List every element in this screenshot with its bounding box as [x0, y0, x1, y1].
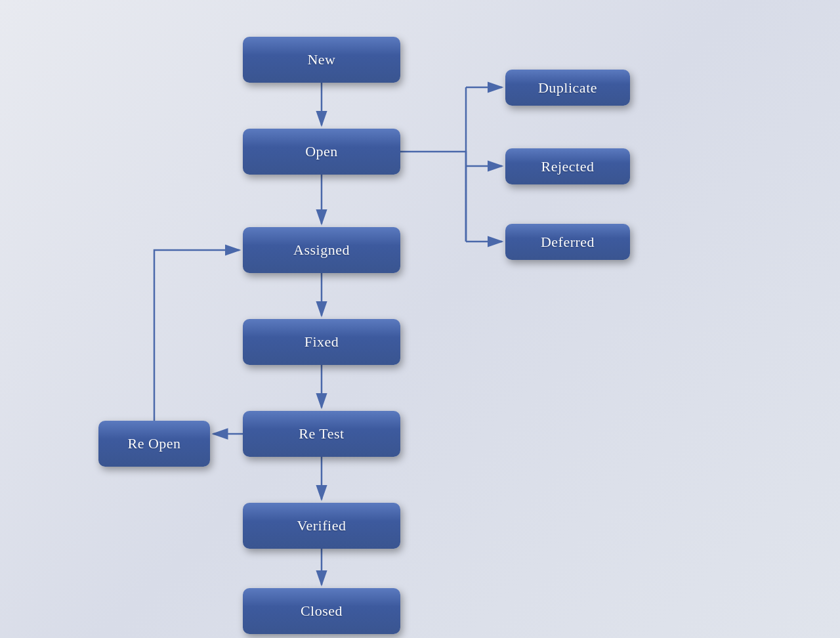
node-assigned: Assigned	[243, 227, 400, 273]
node-fixed-label: Fixed	[304, 333, 339, 351]
node-duplicate: Duplicate	[505, 70, 630, 106]
node-reopen: Re Open	[98, 421, 210, 467]
node-retest-label: Re Test	[299, 425, 344, 442]
flowchart-diagram: New Open Assigned Fixed Re Test Verified…	[59, 17, 781, 621]
node-rejected: Rejected	[505, 148, 630, 184]
node-verified-label: Verified	[297, 517, 346, 534]
node-open-label: Open	[305, 143, 338, 160]
arrows-svg	[59, 17, 781, 621]
node-rejected-label: Rejected	[541, 158, 595, 175]
node-duplicate-label: Duplicate	[538, 79, 597, 96]
node-closed: Closed	[243, 588, 400, 634]
node-verified: Verified	[243, 503, 400, 549]
node-closed-label: Closed	[301, 603, 343, 620]
node-deferred: Deferred	[505, 224, 630, 260]
node-assigned-label: Assigned	[293, 242, 350, 259]
node-fixed: Fixed	[243, 319, 400, 365]
node-new-label: New	[307, 51, 335, 68]
node-reopen-label: Re Open	[127, 435, 180, 452]
node-deferred-label: Deferred	[541, 234, 595, 251]
node-open: Open	[243, 129, 400, 175]
node-retest: Re Test	[243, 411, 400, 457]
node-new: New	[243, 37, 400, 83]
